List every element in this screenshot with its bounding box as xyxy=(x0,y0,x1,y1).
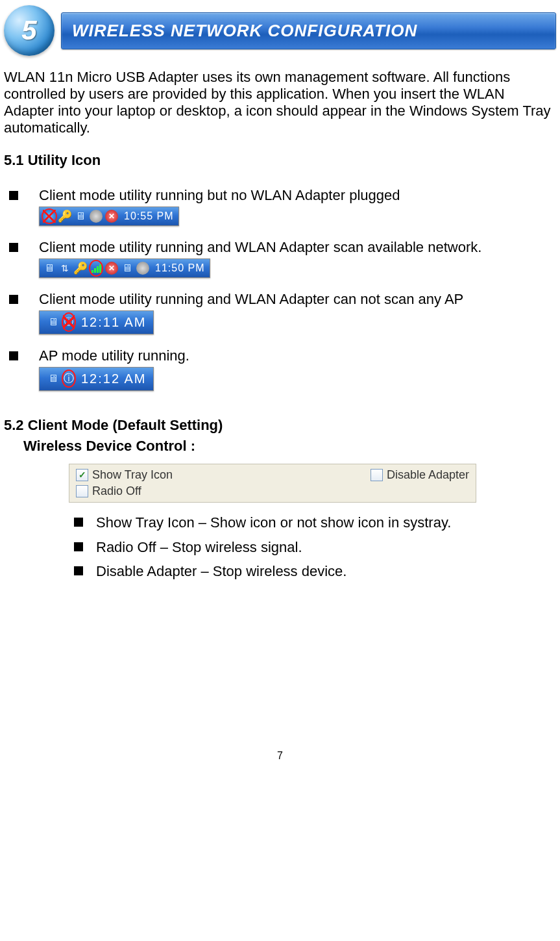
device-icon: 🖥 xyxy=(46,315,60,329)
tray-time: 12:11 AM xyxy=(81,315,147,330)
checkbox-label: Radio Off xyxy=(92,484,141,498)
page-number: 7 xyxy=(4,750,556,775)
shield-icon: ✕ xyxy=(104,261,119,275)
list-item: AP mode utility running. 🖥 ⓘ 12:12 AM xyxy=(4,347,556,399)
device-icon: 🖥 xyxy=(46,371,60,386)
step-number: 5 xyxy=(21,15,36,46)
checkbox-show-tray-icon[interactable]: ✓ Show Tray Icon xyxy=(76,468,273,482)
section-5-2-subheading: Wireless Device Control : xyxy=(23,438,556,455)
checkbox-icon: ✓ xyxy=(76,469,88,481)
systray-example: 🖥 ⓘ 12:12 AM xyxy=(39,367,154,391)
systray-example: 🖥 ⓘ 12:11 AM xyxy=(39,310,154,334)
list-item: Client mode utility running and WLAN Ada… xyxy=(4,239,556,286)
control-descriptions: Show Tray Icon – Show icon or not show i… xyxy=(69,513,556,581)
network-icon: 🖥 xyxy=(73,209,88,223)
checkbox-radio-off[interactable]: Radio Off xyxy=(76,484,273,498)
section-5-1-heading: 5.1 Utility Icon xyxy=(4,152,556,169)
key-icon: 🔑 xyxy=(73,261,88,275)
tray-time: 12:12 AM xyxy=(81,371,147,386)
systray-example: 🔑 🖥 ✕ 10:55 PM xyxy=(39,207,179,226)
page-header: 5 WIRELESS NETWORK CONFIGURATION xyxy=(4,5,556,56)
item-text: Client mode utility running and WLAN Ada… xyxy=(39,239,481,255)
utility-icon-list: Client mode utility running but no WLAN … xyxy=(4,187,556,399)
checkbox-label: Disable Adapter xyxy=(387,468,469,482)
checkbox-label: Show Tray Icon xyxy=(92,468,173,482)
device-icon: 🖥 xyxy=(42,261,56,275)
item-text: Client mode utility running but no WLAN … xyxy=(39,187,400,203)
volume-icon xyxy=(89,209,103,223)
tray-time: 10:55 PM xyxy=(124,210,173,222)
list-item: Client mode utility running and WLAN Ada… xyxy=(4,291,556,342)
checkbox-icon xyxy=(371,469,383,481)
signal-bars-icon xyxy=(89,261,103,275)
list-item: Show Tray Icon – Show icon or not show i… xyxy=(69,513,556,533)
network-icon: 🖥 xyxy=(120,261,134,275)
checkbox-disable-adapter[interactable]: Disable Adapter xyxy=(371,468,469,482)
list-item: Radio Off – Stop wireless signal. xyxy=(69,538,556,557)
wireless-control-panel: ✓ Show Tray Icon Disable Adapter Radio O… xyxy=(69,464,476,503)
list-item: Client mode utility running but no WLAN … xyxy=(4,187,556,234)
volume-icon xyxy=(136,261,150,275)
step-badge: 5 xyxy=(4,5,55,56)
shield-icon: ✕ xyxy=(104,209,119,223)
list-item: Disable Adapter – Stop wireless device. xyxy=(69,562,556,581)
globe-no-adapter-icon xyxy=(42,209,56,223)
header-title-bar: WIRELESS NETWORK CONFIGURATION xyxy=(61,12,556,49)
item-text: AP mode utility running. xyxy=(39,347,189,364)
key-icon: 🔑 xyxy=(58,209,72,223)
ap-mode-icon: ⓘ xyxy=(62,371,76,386)
section-5-2-heading: 5.2 Client Mode (Default Setting) xyxy=(4,417,556,434)
tray-time: 11:50 PM xyxy=(155,262,204,274)
no-signal-icon: ⓘ xyxy=(62,315,76,329)
intro-paragraph: WLAN 11n Micro USB Adapter uses its own … xyxy=(4,69,556,136)
item-text: Client mode utility running and WLAN Ada… xyxy=(39,291,463,307)
usb-icon: ⇅ xyxy=(58,261,72,275)
systray-example: 🖥 ⇅ 🔑 ✕ 🖥 11:50 PM xyxy=(39,258,210,278)
header-title: WIRELESS NETWORK CONFIGURATION xyxy=(72,21,417,40)
checkbox-icon xyxy=(76,485,88,497)
